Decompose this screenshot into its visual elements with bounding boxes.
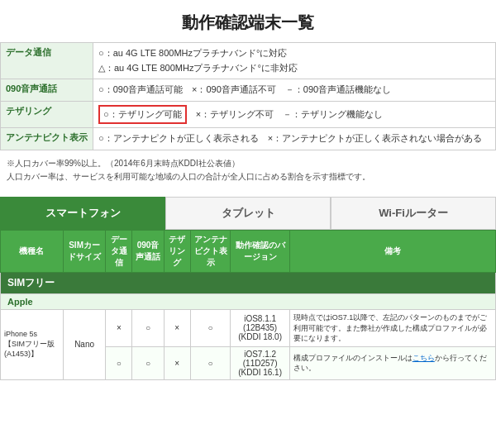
legend-row-data: データ通信 ○：au 4G LTE 800MHzプラチナバンド°に対応 △：au… <box>1 43 496 79</box>
legend-label-antenna: アンテナピクト表示 <box>1 128 93 150</box>
data-support-2: ○ <box>106 346 132 379</box>
note-info-2: 構成プロファイルのインストールはこちらから行ってください。 <box>289 346 495 379</box>
col-header-version: 動作確認のバージョン <box>231 230 289 272</box>
legend-table: データ通信 ○：au 4G LTE 800MHzプラチナバンド°に対応 △：au… <box>0 42 496 150</box>
voice-support-2: ○ <box>132 346 165 379</box>
col-header-notes: 備考 <box>289 230 495 272</box>
table-row: iPhone 5s【SIMフリー版(A1453)】 Nano × ○ × ○ i… <box>1 309 496 346</box>
tab-tablet[interactable]: タブレット <box>165 197 331 230</box>
version-info-2: iOS7.1.2(11D257)(KDDI 16.1) <box>231 346 289 379</box>
group-apple: Apple <box>1 293 496 309</box>
version-info: iOS8.1.1(12B435)(KDDI 18.0) <box>231 309 289 346</box>
legend-value-antenna: ○：アンテナピクトが正しく表示される ×：アンテナピクトが正しく表示されない場合… <box>93 128 496 150</box>
legend-label-voice: 090音声通話 <box>1 79 93 102</box>
data-support: × <box>106 309 132 346</box>
table-header-row: 機種名 SIMカードサイズ データ通信 090音声通話 テザリング アンテナピク… <box>1 230 496 272</box>
antenna-support-2: ○ <box>190 346 231 379</box>
legend-row-antenna: アンテナピクト表示 ○：アンテナピクトが正しく表示される ×：アンテナピクトが正… <box>1 128 496 150</box>
section-simfree: SIMフリー <box>1 272 496 293</box>
legend-value-tethering: ○：テザリング可能 ×：テザリング不可 －：テザリング機能なし <box>93 101 496 128</box>
note-info: 現時点ではiOS7.1以降で、左記のパターンのものまでがご利用可能です。また弊社… <box>289 309 495 346</box>
legend-row-voice: 090音声通話 ○：090音声通話可能 ×：090音声通話不可 －：090音声通… <box>1 79 496 102</box>
coverage-note: ※人口カバー率99%以上。（2014年6月末時点KDDI社公表値） 人口カバー率… <box>0 154 496 190</box>
voice-support: ○ <box>132 309 165 346</box>
col-header-device: 機種名 <box>1 230 64 272</box>
page-title: 動作確認端末一覧 <box>0 0 496 42</box>
col-header-antenna: アンテナピクト表示 <box>190 230 231 272</box>
antenna-support: ○ <box>190 309 231 346</box>
legend-label-data: データ通信 <box>1 43 93 79</box>
device-name: iPhone 5s【SIMフリー版(A1453)】 <box>1 309 64 379</box>
tethering-support: × <box>164 309 190 346</box>
legend-label-tethering: テザリング <box>1 101 93 128</box>
group-label-apple: Apple <box>1 293 496 309</box>
tab-bar: スマートフォン タブレット Wi-Fiルーター <box>0 197 496 230</box>
tab-smartphone[interactable]: スマートフォン <box>0 197 165 230</box>
tab-wifi-router[interactable]: Wi-Fiルーター <box>331 197 496 230</box>
sim-size: Nano <box>63 309 106 379</box>
note-line2: 人口カバー率は、サービスを利用可能な地域の人口の合計が全人口に占める割合を示す指… <box>7 172 370 181</box>
device-table: 機種名 SIMカードサイズ データ通信 090音声通話 テザリング アンテナピク… <box>0 230 496 380</box>
col-header-data: データ通信 <box>106 230 132 272</box>
col-header-voice: 090音声通話 <box>132 230 165 272</box>
col-header-sim: SIMカードサイズ <box>63 230 106 272</box>
profile-link[interactable]: こちら <box>413 354 435 362</box>
tethering-highlight: ○：テザリング可能 <box>98 105 187 125</box>
legend-value-voice: ○：090音声通話可能 ×：090音声通話不可 －：090音声通話機能なし <box>93 79 496 102</box>
page-wrapper: 動作確認端末一覧 データ通信 ○：au 4G LTE 800MHzプラチナバンド… <box>0 0 496 380</box>
legend-row-tethering: テザリング ○：テザリング可能 ×：テザリング不可 －：テザリング機能なし <box>1 101 496 128</box>
note-line1: ※人口カバー率99%以上。（2014年6月末時点KDDI社公表値） <box>7 159 240 168</box>
legend-value-data: ○：au 4G LTE 800MHzプラチナバンド°に対応 △：au 4G LT… <box>93 43 496 79</box>
tethering-support-2: × <box>164 346 190 379</box>
section-label-simfree: SIMフリー <box>1 272 496 293</box>
col-header-tethering: テザリング <box>164 230 190 272</box>
